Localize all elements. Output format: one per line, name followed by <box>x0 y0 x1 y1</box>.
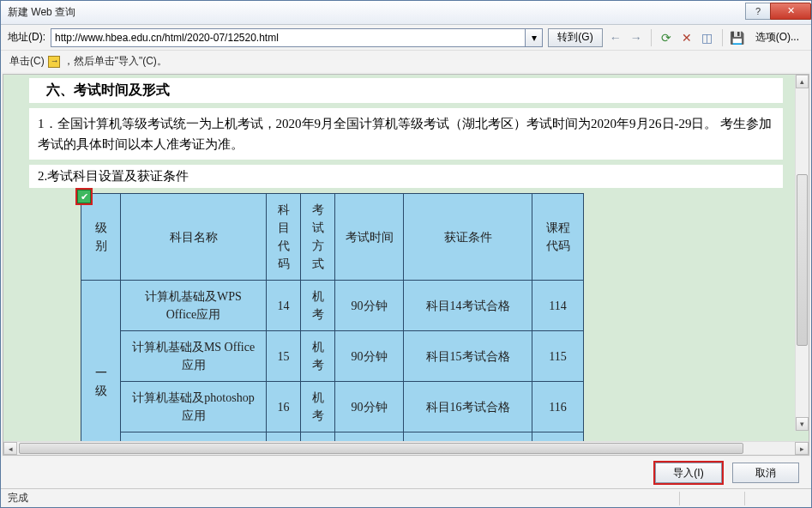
click-label: 单击(C) <box>9 54 45 69</box>
scroll-thumb[interactable] <box>19 443 743 454</box>
cell-time: 90分钟 <box>335 382 404 432</box>
separator <box>651 29 652 46</box>
cell-code: 16 <box>267 382 301 432</box>
instruction-text: ，然后单击"导入"(C)。 <box>63 54 167 69</box>
toolbar: 地址(D): ▾ 转到(G) ← → ⟳ ✕ ◫ 💾 选项(O)... <box>1 25 811 51</box>
cell-level: 一级 <box>81 281 121 442</box>
status-bar: 完成 <box>1 488 811 507</box>
cell-method: 机考 <box>301 281 335 331</box>
address-input[interactable] <box>51 28 526 47</box>
address-label: 地址(D): <box>8 30 45 45</box>
stop-icon[interactable]: ✕ <box>679 30 695 45</box>
scroll-right-icon[interactable]: ▸ <box>795 442 809 455</box>
exam-table: 级别 科目名称 科目代码 考试方式 考试时间 获证条件 课程代码 一级 计算机基… <box>81 193 584 441</box>
cell-code: 14 <box>267 281 301 331</box>
table-row: 网络安全素质教育 17 机考 90分钟 科目17考试合格 117 <box>81 432 584 442</box>
cell-code: 15 <box>267 331 301 382</box>
cell-subject: 计算机基础及WPS Office应用 <box>121 281 267 331</box>
forward-icon[interactable]: → <box>629 30 644 45</box>
paragraph-1: 1．全国计算机等级考试统一为上机考试，2020年9月全国计算机等级考试（湖北考区… <box>29 108 783 160</box>
table-row: 计算机基础及photoshop应用 16 机考 90分钟 科目16考试合格 11… <box>81 382 584 432</box>
th-subject: 科目名称 <box>121 194 267 281</box>
cell-time: 90分钟 <box>335 281 404 331</box>
vertical-scrollbar[interactable]: ▴ ▾ <box>795 75 809 431</box>
help-button[interactable]: ? <box>745 3 771 20</box>
cell-course: 115 <box>532 331 584 382</box>
cell-cert: 科目14考试合格 <box>404 281 532 331</box>
status-text: 完成 <box>8 491 28 505</box>
scroll-down-icon[interactable]: ▾ <box>796 417 809 431</box>
horizontal-scrollbar[interactable]: ◂ ▸ <box>3 441 809 455</box>
content-pane: 六、考试时间及形式 1．全国计算机等级考试统一为上机考试，2020年9月全国计算… <box>3 74 809 456</box>
cell-cert: 科目16考试合格 <box>404 382 532 432</box>
dialog-footer: 导入(I) 取消 <box>1 457 811 488</box>
separator <box>722 29 723 46</box>
cell-cert: 科目17考试合格 <box>404 432 532 442</box>
back-icon[interactable]: ← <box>608 30 623 45</box>
th-code: 科目代码 <box>267 194 301 281</box>
cancel-button[interactable]: 取消 <box>732 463 799 483</box>
import-button[interactable]: 导入(I) <box>655 463 722 483</box>
cell-method: 机考 <box>301 432 335 442</box>
status-segment <box>679 492 739 505</box>
th-cert: 获证条件 <box>404 194 532 281</box>
cell-method: 机考 <box>301 331 335 382</box>
scroll-left-icon[interactable]: ◂ <box>3 442 17 455</box>
go-button[interactable]: 转到(G) <box>548 28 602 47</box>
table-row: 计算机基础及MS Office应用 15 机考 90分钟 科目15考试合格 11… <box>81 331 584 382</box>
cell-subject: 网络安全素质教育 <box>121 432 267 442</box>
scroll-thumb[interactable] <box>797 174 808 346</box>
section-title: 六、考试时间及形式 <box>29 78 783 103</box>
cell-method: 机考 <box>301 382 335 432</box>
th-time: 考试时间 <box>335 194 404 281</box>
web-page-body: 六、考试时间及形式 1．全国计算机等级考试统一为上机考试，2020年9月全国计算… <box>3 75 809 441</box>
refresh-icon[interactable]: ⟳ <box>659 30 674 45</box>
cell-subject: 计算机基础及MS Office应用 <box>121 331 267 382</box>
table-select-checkbox[interactable]: ✔ <box>77 190 91 203</box>
paragraph-2: 2.考试科目设置及获证条件 <box>29 165 783 188</box>
table-row: 一级 计算机基础及WPS Office应用 14 机考 90分钟 科目14考试合… <box>81 281 584 331</box>
cell-cert: 科目15考试合格 <box>404 331 532 382</box>
hide-icon[interactable]: ◫ <box>700 30 715 45</box>
yellow-arrow-icon <box>48 56 60 68</box>
cell-code: 17 <box>267 432 301 442</box>
instruction-row: 单击(C) ，然后单击"导入"(C)。 <box>1 51 811 72</box>
save-icon[interactable]: 💾 <box>730 30 745 45</box>
cell-time: 90分钟 <box>335 331 404 382</box>
cell-course: 114 <box>532 281 584 331</box>
options-button[interactable]: 选项(O)... <box>750 28 804 47</box>
close-button[interactable]: ✕ <box>770 3 811 20</box>
titlebar: 新建 Web 查询 ? ✕ <box>1 1 811 25</box>
status-segment <box>744 492 804 505</box>
th-level: 级别 <box>81 194 121 281</box>
cell-time: 90分钟 <box>335 432 404 442</box>
address-dropdown[interactable]: ▾ <box>526 28 543 47</box>
cell-course: 116 <box>532 382 584 432</box>
window-title: 新建 Web 查询 <box>8 5 746 20</box>
th-method: 考试方式 <box>301 194 335 281</box>
th-course: 课程代码 <box>532 194 584 281</box>
cell-subject: 计算机基础及photoshop应用 <box>121 382 267 432</box>
scroll-up-icon[interactable]: ▴ <box>796 75 809 88</box>
dialog-window: 新建 Web 查询 ? ✕ 地址(D): ▾ 转到(G) ← → ⟳ ✕ ◫ 💾… <box>0 0 812 508</box>
cell-course: 117 <box>532 432 584 442</box>
